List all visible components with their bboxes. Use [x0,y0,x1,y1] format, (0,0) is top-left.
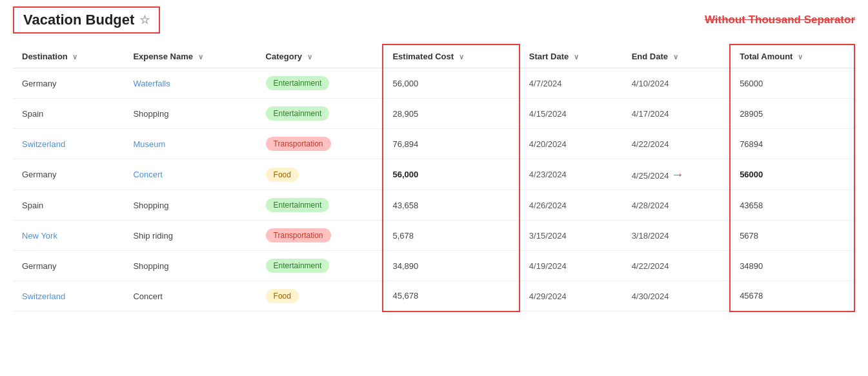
cell-expense-name: Concert [124,281,256,312]
cell-destination: Germany [13,159,124,190]
cell-total-amount: 45678 [730,281,854,312]
category-badge: Transportation [266,228,331,242]
header: Vacation Budget ☆ Without Thousand Separ… [13,6,855,34]
cell-end-date: 4/22/2024 [623,251,730,281]
cell-end-date: 4/28/2024 [623,190,730,221]
cell-estimated-cost: 76,894 [383,129,519,159]
cell-total-amount: 5678 [730,221,854,251]
cell-expense-name: Shopping [124,99,256,129]
cell-expense-name[interactable]: Concert [124,159,256,190]
cell-estimated-cost: 28,905 [383,99,519,129]
cell-destination: Germany [13,68,124,99]
sort-icon: ∨ [459,53,464,61]
annotation-text: Without Thousand Separator [705,14,855,26]
cell-expense-name[interactable]: Museum [124,129,256,159]
col-expense-name[interactable]: Expense Name ∨ [124,45,256,68]
cell-category: Entertainment [257,251,383,281]
cell-end-date: 4/22/2024 [623,129,730,159]
cell-end-date: 3/18/2024 [623,221,730,251]
col-category[interactable]: Category ∨ [257,45,383,68]
cell-estimated-cost: 56,000 [383,159,519,190]
cell-estimated-cost: 34,890 [383,251,519,281]
budget-table: Destination ∨ Expense Name ∨ Category ∨ … [13,44,855,312]
cell-destination[interactable]: Switzerland [13,281,124,312]
cell-category: Entertainment [257,99,383,129]
table-row: SwitzerlandMuseumTransportation76,8944/2… [13,129,854,159]
cell-total-amount: 34890 [730,251,854,281]
cell-estimated-cost: 5,678 [383,221,519,251]
cell-end-date: 4/10/2024 [623,68,730,99]
cell-category: Transportation [257,129,383,159]
cell-category: Transportation [257,221,383,251]
cell-total-amount: 28905 [730,99,854,129]
category-badge: Food [266,168,299,182]
cell-destination: Spain [13,190,124,221]
cell-start-date: 4/19/2024 [520,251,623,281]
cell-total-amount: 56000 [730,159,854,190]
category-badge: Entertainment [266,259,330,273]
category-badge: Transportation [266,137,331,151]
cell-estimated-cost: 45,678 [383,281,519,312]
sort-icon: ∨ [673,53,678,61]
cell-category: Food [257,281,383,312]
cell-estimated-cost: 56,000 [383,68,519,99]
col-estimated-cost[interactable]: Estimated Cost ∨ [383,45,519,68]
table-row: New YorkShip ridingTransportation5,6783/… [13,221,854,251]
cell-total-amount: 56000 [730,68,854,99]
sort-icon: ∨ [198,53,203,61]
sort-icon: ∨ [798,53,803,61]
cell-start-date: 4/15/2024 [520,99,623,129]
sort-icon: ∨ [307,53,312,61]
cell-category: Food [257,159,383,190]
cell-expense-name: Shopping [124,190,256,221]
cell-start-date: 4/23/2024 [520,159,623,190]
favorite-icon[interactable]: ☆ [139,13,150,27]
col-total-amount[interactable]: Total Amount ∨ [730,45,854,68]
table-header: Destination ∨ Expense Name ∨ Category ∨ … [13,45,854,68]
cell-end-date: 4/30/2024 [623,281,730,312]
table-row: GermanyWaterfallsEntertainment56,0004/7/… [13,68,854,99]
cell-end-date: 4/25/2024 → [623,159,730,190]
cell-start-date: 4/26/2024 [520,190,623,221]
category-badge: Entertainment [266,198,330,212]
cell-start-date: 3/15/2024 [520,221,623,251]
cell-start-date: 4/7/2024 [520,68,623,99]
col-start-date[interactable]: Start Date ∨ [520,45,623,68]
category-badge: Entertainment [266,106,330,121]
cell-destination[interactable]: Switzerland [13,129,124,159]
cell-total-amount: 76894 [730,129,854,159]
arrow-icon: → [671,167,684,181]
cell-category: Entertainment [257,68,383,99]
cell-end-date: 4/17/2024 [623,99,730,129]
cell-destination[interactable]: New York [13,221,124,251]
cell-expense-name[interactable]: Waterfalls [124,68,256,99]
cell-start-date: 4/20/2024 [520,129,623,159]
cell-expense-name: Ship riding [124,221,256,251]
table-row: SpainShoppingEntertainment43,6584/26/202… [13,190,854,221]
sort-icon: ∨ [574,53,579,61]
cell-destination: Germany [13,251,124,281]
category-badge: Entertainment [266,76,330,90]
col-end-date[interactable]: End Date ∨ [623,45,730,68]
title-box: Vacation Budget ☆ [13,6,160,34]
sort-icon: ∨ [72,53,77,61]
table-row: SwitzerlandConcertFood45,6784/29/20244/3… [13,281,854,312]
table-row: GermanyShoppingEntertainment34,8904/19/2… [13,251,854,281]
cell-expense-name: Shopping [124,251,256,281]
cell-estimated-cost: 43,658 [383,190,519,221]
table-body: GermanyWaterfallsEntertainment56,0004/7/… [13,68,854,312]
cell-category: Entertainment [257,190,383,221]
table-row: GermanyConcertFood56,0004/23/20244/25/20… [13,159,854,190]
cell-destination: Spain [13,99,124,129]
cell-total-amount: 43658 [730,190,854,221]
table-row: SpainShoppingEntertainment28,9054/15/202… [13,99,854,129]
page-title: Vacation Budget [23,12,134,28]
col-destination[interactable]: Destination ∨ [13,45,124,68]
category-badge: Food [266,289,299,303]
cell-start-date: 4/29/2024 [520,281,623,312]
